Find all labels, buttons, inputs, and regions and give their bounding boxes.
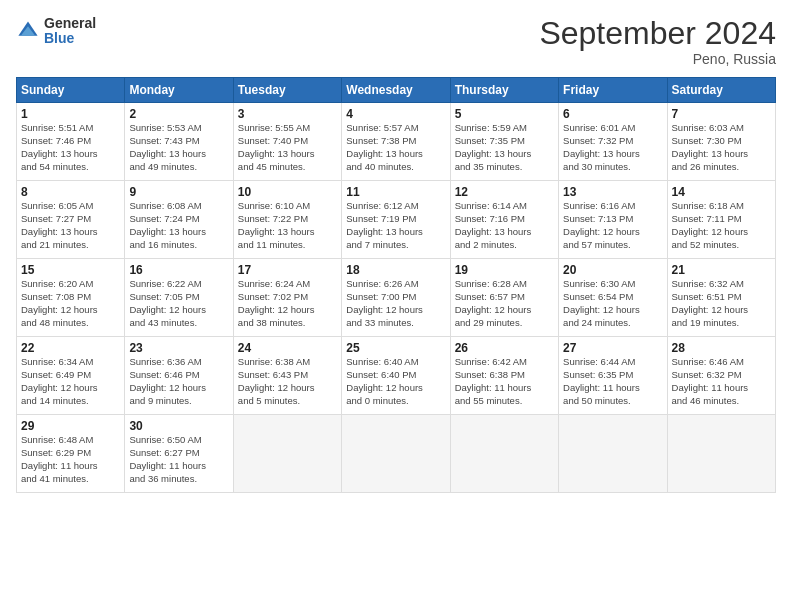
table-cell [667,415,775,493]
table-row: 8Sunrise: 6:05 AM Sunset: 7:27 PM Daylig… [17,181,776,259]
table-row: 29Sunrise: 6:48 AM Sunset: 6:29 PM Dayli… [17,415,776,493]
logo: General Blue [16,16,96,47]
day-number: 28 [672,341,771,355]
table-cell: 15Sunrise: 6:20 AM Sunset: 7:08 PM Dayli… [17,259,125,337]
table-cell: 25Sunrise: 6:40 AM Sunset: 6:40 PM Dayli… [342,337,450,415]
table-cell: 21Sunrise: 6:32 AM Sunset: 6:51 PM Dayli… [667,259,775,337]
cell-text: Sunrise: 6:16 AM Sunset: 7:13 PM Dayligh… [563,200,662,251]
cell-text: Sunrise: 6:03 AM Sunset: 7:30 PM Dayligh… [672,122,771,173]
day-number: 24 [238,341,337,355]
day-number: 26 [455,341,554,355]
cell-text: Sunrise: 6:10 AM Sunset: 7:22 PM Dayligh… [238,200,337,251]
day-number: 13 [563,185,662,199]
cell-text: Sunrise: 6:26 AM Sunset: 7:00 PM Dayligh… [346,278,445,329]
day-number: 20 [563,263,662,277]
day-number: 7 [672,107,771,121]
table-cell: 9Sunrise: 6:08 AM Sunset: 7:24 PM Daylig… [125,181,233,259]
header-wednesday: Wednesday [342,78,450,103]
table-row: 1Sunrise: 5:51 AM Sunset: 7:46 PM Daylig… [17,103,776,181]
day-number: 19 [455,263,554,277]
table-cell: 24Sunrise: 6:38 AM Sunset: 6:43 PM Dayli… [233,337,341,415]
table-cell: 4Sunrise: 5:57 AM Sunset: 7:38 PM Daylig… [342,103,450,181]
table-cell: 7Sunrise: 6:03 AM Sunset: 7:30 PM Daylig… [667,103,775,181]
day-number: 27 [563,341,662,355]
day-number: 30 [129,419,228,433]
cell-text: Sunrise: 5:55 AM Sunset: 7:40 PM Dayligh… [238,122,337,173]
table-cell: 18Sunrise: 6:26 AM Sunset: 7:00 PM Dayli… [342,259,450,337]
cell-text: Sunrise: 6:14 AM Sunset: 7:16 PM Dayligh… [455,200,554,251]
day-number: 3 [238,107,337,121]
cell-text: Sunrise: 5:53 AM Sunset: 7:43 PM Dayligh… [129,122,228,173]
table-cell: 29Sunrise: 6:48 AM Sunset: 6:29 PM Dayli… [17,415,125,493]
logo-icon [16,19,40,43]
header-friday: Friday [559,78,667,103]
day-number: 18 [346,263,445,277]
day-number: 23 [129,341,228,355]
page: General Blue September 2024 Peno, Russia… [0,0,792,612]
day-number: 17 [238,263,337,277]
cell-text: Sunrise: 5:57 AM Sunset: 7:38 PM Dayligh… [346,122,445,173]
cell-text: Sunrise: 5:59 AM Sunset: 7:35 PM Dayligh… [455,122,554,173]
location: Peno, Russia [539,51,776,67]
table-row: 15Sunrise: 6:20 AM Sunset: 7:08 PM Dayli… [17,259,776,337]
cell-text: Sunrise: 6:40 AM Sunset: 6:40 PM Dayligh… [346,356,445,407]
table-cell: 11Sunrise: 6:12 AM Sunset: 7:19 PM Dayli… [342,181,450,259]
logo-text: General Blue [44,16,96,47]
day-number: 6 [563,107,662,121]
header-saturday: Saturday [667,78,775,103]
cell-text: Sunrise: 6:50 AM Sunset: 6:27 PM Dayligh… [129,434,228,485]
table-cell: 10Sunrise: 6:10 AM Sunset: 7:22 PM Dayli… [233,181,341,259]
day-number: 9 [129,185,228,199]
table-cell: 13Sunrise: 6:16 AM Sunset: 7:13 PM Dayli… [559,181,667,259]
cell-text: Sunrise: 6:34 AM Sunset: 6:49 PM Dayligh… [21,356,120,407]
cell-text: Sunrise: 6:20 AM Sunset: 7:08 PM Dayligh… [21,278,120,329]
table-cell: 30Sunrise: 6:50 AM Sunset: 6:27 PM Dayli… [125,415,233,493]
table-row: 22Sunrise: 6:34 AM Sunset: 6:49 PM Dayli… [17,337,776,415]
title-block: September 2024 Peno, Russia [539,16,776,67]
day-number: 8 [21,185,120,199]
cell-text: Sunrise: 6:46 AM Sunset: 6:32 PM Dayligh… [672,356,771,407]
calendar-table: Sunday Monday Tuesday Wednesday Thursday… [16,77,776,493]
cell-text: Sunrise: 6:42 AM Sunset: 6:38 PM Dayligh… [455,356,554,407]
header-monday: Monday [125,78,233,103]
day-number: 14 [672,185,771,199]
table-cell: 19Sunrise: 6:28 AM Sunset: 6:57 PM Dayli… [450,259,558,337]
day-number: 1 [21,107,120,121]
day-number: 29 [21,419,120,433]
day-number: 21 [672,263,771,277]
table-cell [450,415,558,493]
table-cell: 1Sunrise: 5:51 AM Sunset: 7:46 PM Daylig… [17,103,125,181]
cell-text: Sunrise: 6:01 AM Sunset: 7:32 PM Dayligh… [563,122,662,173]
cell-text: Sunrise: 5:51 AM Sunset: 7:46 PM Dayligh… [21,122,120,173]
day-number: 2 [129,107,228,121]
table-cell: 22Sunrise: 6:34 AM Sunset: 6:49 PM Dayli… [17,337,125,415]
day-number: 11 [346,185,445,199]
table-cell [342,415,450,493]
table-cell: 5Sunrise: 5:59 AM Sunset: 7:35 PM Daylig… [450,103,558,181]
table-cell: 20Sunrise: 6:30 AM Sunset: 6:54 PM Dayli… [559,259,667,337]
cell-text: Sunrise: 6:28 AM Sunset: 6:57 PM Dayligh… [455,278,554,329]
table-cell: 28Sunrise: 6:46 AM Sunset: 6:32 PM Dayli… [667,337,775,415]
cell-text: Sunrise: 6:30 AM Sunset: 6:54 PM Dayligh… [563,278,662,329]
cell-text: Sunrise: 6:32 AM Sunset: 6:51 PM Dayligh… [672,278,771,329]
day-number: 15 [21,263,120,277]
table-cell: 23Sunrise: 6:36 AM Sunset: 6:46 PM Dayli… [125,337,233,415]
day-number: 12 [455,185,554,199]
table-cell: 27Sunrise: 6:44 AM Sunset: 6:35 PM Dayli… [559,337,667,415]
day-number: 10 [238,185,337,199]
cell-text: Sunrise: 6:48 AM Sunset: 6:29 PM Dayligh… [21,434,120,485]
cell-text: Sunrise: 6:05 AM Sunset: 7:27 PM Dayligh… [21,200,120,251]
table-cell: 8Sunrise: 6:05 AM Sunset: 7:27 PM Daylig… [17,181,125,259]
header-row: Sunday Monday Tuesday Wednesday Thursday… [17,78,776,103]
table-cell [233,415,341,493]
cell-text: Sunrise: 6:22 AM Sunset: 7:05 PM Dayligh… [129,278,228,329]
header-tuesday: Tuesday [233,78,341,103]
day-number: 25 [346,341,445,355]
table-cell: 16Sunrise: 6:22 AM Sunset: 7:05 PM Dayli… [125,259,233,337]
cell-text: Sunrise: 6:36 AM Sunset: 6:46 PM Dayligh… [129,356,228,407]
table-cell: 2Sunrise: 5:53 AM Sunset: 7:43 PM Daylig… [125,103,233,181]
table-cell [559,415,667,493]
cell-text: Sunrise: 6:44 AM Sunset: 6:35 PM Dayligh… [563,356,662,407]
table-cell: 14Sunrise: 6:18 AM Sunset: 7:11 PM Dayli… [667,181,775,259]
table-cell: 12Sunrise: 6:14 AM Sunset: 7:16 PM Dayli… [450,181,558,259]
